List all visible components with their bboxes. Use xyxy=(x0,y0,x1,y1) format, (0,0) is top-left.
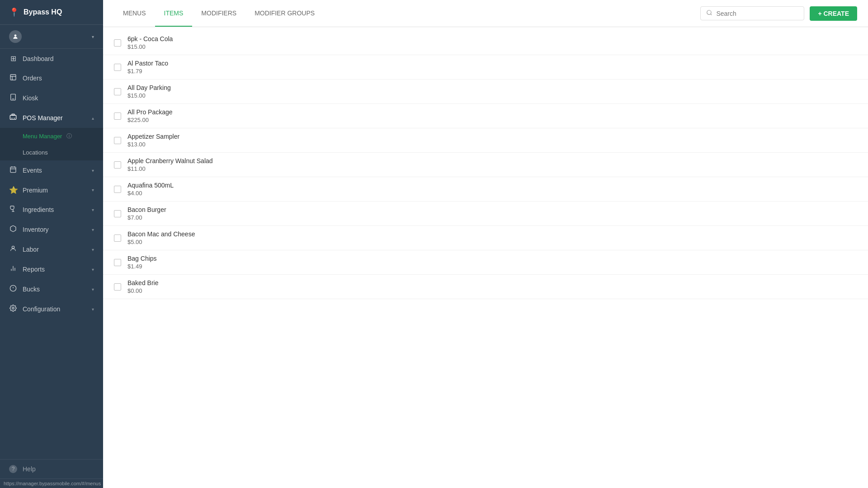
sidebar-item-label: Configuration xyxy=(23,305,60,313)
create-button[interactable]: + CREATE xyxy=(810,6,857,21)
sidebar-item-inventory[interactable]: Inventory ▾ xyxy=(0,220,103,239)
item-info: Bacon Mac and Cheese $5.00 xyxy=(127,230,195,245)
item-checkbox[interactable] xyxy=(114,137,121,144)
kiosk-icon xyxy=(9,94,17,103)
brand-name: Bypass HQ xyxy=(24,8,62,16)
sidebar-item-locations[interactable]: Locations xyxy=(0,145,103,160)
item-info: All Pro Package $225.00 xyxy=(127,108,173,123)
item-checkbox[interactable] xyxy=(114,64,121,71)
item-info: Appetizer Sampler $13.00 xyxy=(127,133,179,148)
sidebar-brand[interactable]: 📍 Bypass HQ xyxy=(0,0,103,25)
table-row: Appetizer Sampler $13.00 xyxy=(103,128,868,153)
events-chevron-icon: ▾ xyxy=(92,168,94,173)
tab-modifiers[interactable]: MODIFIERS xyxy=(192,0,245,27)
table-row: Bacon Burger $7.00 xyxy=(103,202,868,226)
item-checkbox[interactable] xyxy=(114,88,121,95)
labor-icon xyxy=(9,245,17,254)
item-name: Bacon Mac and Cheese xyxy=(127,230,195,238)
inventory-icon xyxy=(9,225,17,234)
sidebar-item-pos-manager[interactable]: POS Manager ▴ xyxy=(0,108,103,128)
item-info: Baked Brie $0.00 xyxy=(127,279,158,294)
bucks-chevron-icon: ▾ xyxy=(92,287,94,292)
sidebar-item-labor[interactable]: Labor ▾ xyxy=(0,239,103,259)
table-row: Bag Chips $1.49 xyxy=(103,250,868,275)
table-row: 6pk - Coca Cola $15.00 xyxy=(103,31,868,55)
item-price: $1.79 xyxy=(127,68,168,75)
item-price: $0.00 xyxy=(127,287,158,294)
table-row: All Pro Package $225.00 xyxy=(103,104,868,128)
svg-point-21 xyxy=(707,10,711,14)
item-price: $4.00 xyxy=(127,190,174,197)
user-menu[interactable]: ▾ xyxy=(0,25,103,49)
help-label: Help xyxy=(23,465,36,473)
user-chevron-icon: ▾ xyxy=(92,34,94,39)
sidebar-item-label: Premium xyxy=(23,187,48,194)
item-price: $15.00 xyxy=(127,43,173,50)
tab-items[interactable]: ITEMS xyxy=(155,0,193,27)
item-price: $5.00 xyxy=(127,239,195,245)
item-checkbox[interactable] xyxy=(114,186,121,193)
item-name: Baked Brie xyxy=(127,279,158,286)
sidebar-nav: ⊞ Dashboard Orders Kiosk POS Manager ▴ xyxy=(0,49,103,459)
bucks-icon xyxy=(9,285,17,294)
sidebar-item-label: Bucks xyxy=(23,286,40,293)
menu-manager-help-icon: ⓘ xyxy=(66,132,72,140)
item-checkbox[interactable] xyxy=(114,39,121,47)
avatar xyxy=(9,30,22,43)
item-price: $7.00 xyxy=(127,214,166,221)
sidebar-item-events[interactable]: Events ▾ xyxy=(0,160,103,180)
sidebar-item-dashboard[interactable]: ⊞ Dashboard xyxy=(0,49,103,68)
sidebar-item-bucks[interactable]: Bucks ▾ xyxy=(0,279,103,299)
reports-chevron-icon: ▾ xyxy=(92,267,94,272)
item-info: Al Pastor Taco $1.79 xyxy=(127,60,168,75)
svg-point-20 xyxy=(12,307,14,309)
events-icon xyxy=(9,166,17,175)
item-checkbox[interactable] xyxy=(114,161,121,169)
item-name: Al Pastor Taco xyxy=(127,60,168,67)
sidebar-item-orders[interactable]: Orders xyxy=(0,68,103,88)
table-row: Baked Brie $0.00 xyxy=(103,275,868,299)
tab-modifier-groups[interactable]: MODIFIER GROUPS xyxy=(245,0,324,27)
help-icon: ? xyxy=(9,465,17,473)
premium-chevron-icon: ▾ xyxy=(92,188,94,192)
sidebar-item-kiosk[interactable]: Kiosk xyxy=(0,88,103,108)
sidebar-item-premium[interactable]: ⭐ Premium ▾ xyxy=(0,180,103,200)
item-checkbox[interactable] xyxy=(114,235,121,242)
sidebar-item-label: Ingredients xyxy=(23,206,54,213)
sidebar-item-ingredients[interactable]: Ingredients ▾ xyxy=(0,200,103,220)
table-row: Al Pastor Taco $1.79 xyxy=(103,55,868,80)
labor-chevron-icon: ▾ xyxy=(92,247,94,252)
svg-line-22 xyxy=(711,14,712,15)
configuration-chevron-icon: ▾ xyxy=(92,307,94,312)
ingredients-icon xyxy=(9,205,17,214)
item-price: $11.00 xyxy=(127,165,213,172)
item-checkbox[interactable] xyxy=(114,113,121,120)
table-row: Apple Cranberry Walnut Salad $11.00 xyxy=(103,153,868,177)
dashboard-icon: ⊞ xyxy=(9,54,17,63)
item-checkbox[interactable] xyxy=(114,283,121,291)
sidebar-item-label: Inventory xyxy=(23,226,49,233)
topbar: MENUS ITEMS MODIFIERS MODIFIER GROUPS + … xyxy=(103,0,868,27)
svg-point-0 xyxy=(14,34,17,37)
search-box[interactable] xyxy=(700,6,804,20)
table-row: All Day Parking $15.00 xyxy=(103,80,868,104)
item-checkbox[interactable] xyxy=(114,210,121,217)
sidebar-item-label: Labor xyxy=(23,246,39,253)
item-checkbox[interactable] xyxy=(114,259,121,266)
sidebar-item-configuration[interactable]: Configuration ▾ xyxy=(0,299,103,319)
sidebar-item-reports[interactable]: Reports ▾ xyxy=(0,259,103,279)
item-list: 6pk - Coca Cola $15.00 Al Pastor Taco $1… xyxy=(103,27,868,488)
search-input[interactable] xyxy=(716,10,798,17)
item-name: Appetizer Sampler xyxy=(127,133,179,140)
tab-menus[interactable]: MENUS xyxy=(114,0,155,27)
orders-icon xyxy=(9,74,17,83)
sidebar-item-label: Events xyxy=(23,167,42,174)
item-name: Bacon Burger xyxy=(127,206,166,213)
table-row: Aquafina 500mL $4.00 xyxy=(103,177,868,202)
sidebar-item-menu-manager[interactable]: Menu Manager ⓘ xyxy=(0,128,103,145)
locations-label: Locations xyxy=(23,149,48,156)
sidebar-item-help[interactable]: ? Help xyxy=(0,459,103,479)
pos-manager-icon xyxy=(9,113,17,122)
item-info: Bacon Burger $7.00 xyxy=(127,206,166,221)
pos-manager-subitems: Menu Manager ⓘ Locations xyxy=(0,128,103,160)
